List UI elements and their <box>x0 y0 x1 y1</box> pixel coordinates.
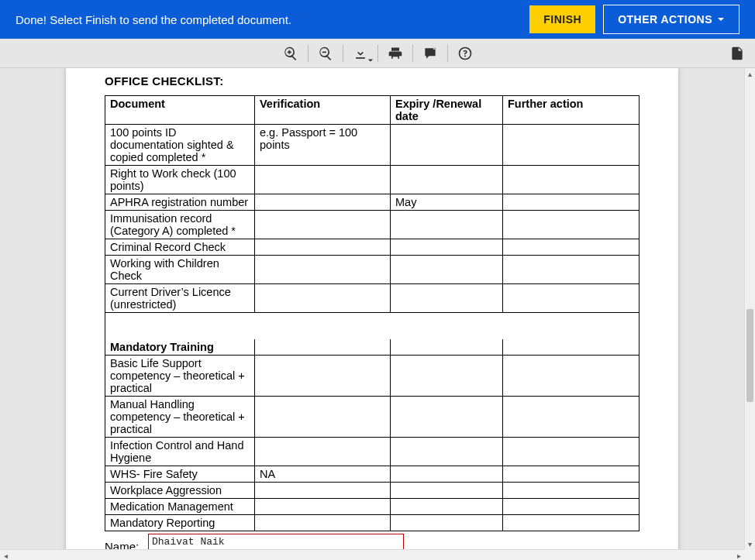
table-row: Infection Control and Hand Hygiene <box>105 437 640 466</box>
table-cell: Basic Life Support competency – theoreti… <box>105 355 255 396</box>
table-cell <box>391 482 503 498</box>
table-row: Current Driver’s Licence (unrestricted) <box>105 284 640 313</box>
scroll-down-arrow[interactable]: ▾ <box>745 538 755 549</box>
table-cell <box>503 355 640 396</box>
table-row: Mandatory Reporting <box>105 514 640 531</box>
table-cell <box>255 166 391 194</box>
scroll-up-arrow[interactable]: ▴ <box>745 68 755 79</box>
other-actions-button[interactable]: OTHER ACTIONS <box>603 5 739 34</box>
horizontal-scrollbar[interactable]: ◂ ▸ <box>0 549 744 560</box>
table-cell: Workplace Aggression <box>105 482 255 498</box>
table-cell <box>503 166 640 194</box>
comment-button[interactable] <box>415 39 446 68</box>
table-cell: APHRA registration number <box>105 194 255 211</box>
table-row: Medication Management <box>105 498 640 514</box>
col-header-verification: Verification <box>255 96 391 125</box>
table-cell: Working with Children Check <box>105 256 255 284</box>
zoom-out-icon <box>318 46 333 61</box>
toolbar-separator <box>447 45 448 62</box>
table-cell <box>391 125 503 166</box>
name-field[interactable]: Dhaivat Naik <box>148 534 404 550</box>
documents-panel-button[interactable] <box>722 39 752 68</box>
scroll-corner <box>744 549 755 560</box>
table-cell: Manual Handling competency – theoretical… <box>105 396 255 437</box>
download-button[interactable] <box>345 39 376 68</box>
help-button[interactable] <box>450 39 481 68</box>
table-cell: Infection Control and Hand Hygiene <box>105 437 255 466</box>
table-cell: e.g. Passport = 100 points <box>255 125 391 166</box>
table-row: Working with Children Check <box>105 256 640 284</box>
scroll-thumb[interactable] <box>746 309 753 402</box>
table-cell: Current Driver’s Licence (unrestricted) <box>105 284 255 313</box>
table-cell <box>255 498 391 514</box>
toolbar-separator <box>343 45 343 62</box>
table-cell <box>255 437 391 466</box>
toolbar-separator <box>308 45 309 62</box>
zoom-in-icon <box>283 46 298 61</box>
table-cell <box>255 211 391 239</box>
table-cell <box>391 239 503 256</box>
table-row: WHS- Fire SafetyNA <box>105 466 640 482</box>
table-cell: Right to Work check (100 points) <box>105 166 255 194</box>
table-cell <box>255 396 391 437</box>
table-row: Immunisation record (Category A) complet… <box>105 211 640 239</box>
table-cell: Immunisation record (Category A) complet… <box>105 211 255 239</box>
table-spacer <box>105 313 640 339</box>
banner-message: Done! Select Finish to send the complete… <box>16 13 522 26</box>
signature-area: Name: Dhaivat Naik Signature: DocuSigned… <box>105 534 640 550</box>
table-cell <box>391 256 503 284</box>
col-header-document: Document <box>105 96 255 125</box>
chevron-down-icon <box>367 57 374 64</box>
table-cell <box>503 498 640 514</box>
table-cell: Mandatory Reporting <box>105 514 255 531</box>
table-cell: Criminal Record Check <box>105 239 255 256</box>
zoom-in-button[interactable] <box>275 39 306 68</box>
table-cell <box>391 466 503 482</box>
table-cell <box>255 514 391 531</box>
vertical-scrollbar[interactable]: ▴ ▾ <box>744 68 755 549</box>
table-cell <box>391 498 503 514</box>
documents-icon <box>729 46 745 61</box>
table-cell <box>391 514 503 531</box>
zoom-out-button[interactable] <box>310 39 341 68</box>
table-row: Right to Work check (100 points) <box>105 166 640 194</box>
table-cell <box>503 396 640 437</box>
document-page: OFFICE CHECKLIST: Document Verification … <box>66 68 678 549</box>
name-label: Name: <box>105 540 148 550</box>
help-icon <box>457 46 473 61</box>
table-cell <box>503 466 640 482</box>
col-header-expiry: Expiry /Renewal date <box>391 96 503 125</box>
table-cell <box>391 284 503 313</box>
table-cell <box>503 284 640 313</box>
table-cell <box>503 239 640 256</box>
table-cell: 100 points ID documentation sighted & co… <box>105 125 255 166</box>
other-actions-label: OTHER ACTIONS <box>618 13 712 26</box>
table-cell <box>255 355 391 396</box>
checklist-heading: OFFICE CHECKLIST: <box>105 74 640 88</box>
document-viewport: OFFICE CHECKLIST: Document Verification … <box>0 68 744 549</box>
table-cell: Medication Management <box>105 498 255 514</box>
scroll-left-arrow[interactable]: ◂ <box>0 550 11 560</box>
chevron-down-icon <box>717 15 725 23</box>
table-cell <box>391 166 503 194</box>
table-cell <box>503 256 640 284</box>
table-cell <box>255 239 391 256</box>
finish-button[interactable]: FINISH <box>529 5 595 33</box>
table-cell <box>255 284 391 313</box>
table-cell <box>503 125 640 166</box>
table-cell <box>391 355 503 396</box>
print-button[interactable] <box>380 39 411 68</box>
table-cell <box>503 514 640 531</box>
table-cell <box>503 482 640 498</box>
scroll-right-arrow[interactable]: ▸ <box>733 550 744 560</box>
table-cell <box>255 194 391 211</box>
table-cell <box>255 256 391 284</box>
table-cell <box>503 194 640 211</box>
toolbar-separator <box>412 45 413 62</box>
toolbar-separator <box>378 45 378 62</box>
table-cell <box>391 396 503 437</box>
table-row: Workplace Aggression <box>105 482 640 498</box>
table-cell <box>503 211 640 239</box>
table-row: 100 points ID documentation sighted & co… <box>105 125 640 166</box>
section-heading: Mandatory Training <box>105 339 255 356</box>
